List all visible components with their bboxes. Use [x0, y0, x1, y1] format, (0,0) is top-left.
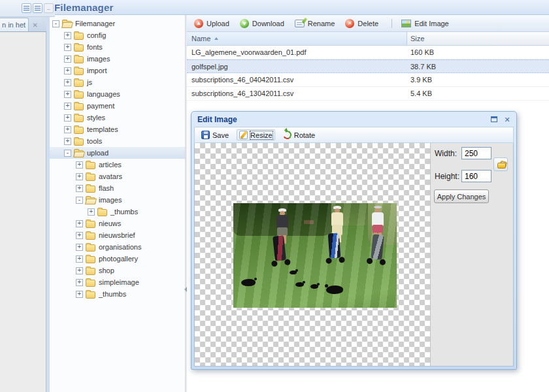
aspect-lock-button[interactable]: [493, 157, 508, 171]
maximize-button[interactable]: [489, 114, 499, 124]
grid-toolbar: Upload Download Rename Delete: [187, 15, 549, 32]
tree-node-thumbs[interactable]: _thumbs: [50, 288, 185, 300]
tree-node-payment[interactable]: payment: [50, 100, 185, 112]
expand-toggle-icon[interactable]: [64, 44, 71, 51]
edit-image-button[interactable]: Edit Image: [399, 18, 452, 29]
tab-close-icon[interactable]: [30, 20, 40, 30]
tree-node-photogallery[interactable]: photogallery: [50, 253, 185, 265]
collapse-toggle-icon[interactable]: [64, 150, 71, 157]
tree-node-label: organisations: [99, 243, 141, 251]
delete-button[interactable]: Delete: [342, 18, 381, 29]
tree-node-avatars[interactable]: avatars: [50, 171, 185, 182]
folder-icon: [86, 174, 95, 181]
tree-node-label: languages: [87, 90, 120, 98]
dialog-titlebar[interactable]: Edit Image: [194, 112, 514, 127]
file-row[interactable]: subscriptions_46_04042011.csv 3.9 KB: [187, 73, 549, 87]
tree-node-label: tools: [87, 137, 102, 145]
tree-node-fonts[interactable]: fonts: [50, 41, 185, 53]
file-row[interactable]: subscriptions_46_13042011.csv 5.4 KB: [187, 87, 549, 101]
close-button[interactable]: [502, 114, 512, 124]
dialog-tools: [489, 114, 512, 124]
transparency-canvas: [195, 143, 430, 366]
expand-toggle-icon[interactable]: [64, 126, 71, 133]
expand-toggle-icon[interactable]: [64, 91, 71, 98]
tree-node-tools[interactable]: tools: [50, 135, 185, 147]
tree-node-organisations[interactable]: organisations: [50, 241, 185, 253]
apply-changes-button[interactable]: Apply Changes: [434, 189, 489, 203]
folder-open-icon: [74, 150, 84, 157]
collapse-minus-button[interactable]: [44, 3, 54, 13]
expand-toggle-icon[interactable]: [64, 114, 71, 122]
folder-open-icon: [62, 21, 72, 28]
list-lines-icon-button[interactable]: [33, 3, 42, 13]
column-header-size[interactable]: Size: [407, 32, 549, 45]
rotate-button[interactable]: Rotate: [281, 130, 317, 140]
tree-node-label: nieuwsbrief: [99, 231, 135, 239]
dialog-body: Width: Height: Apply Changes: [194, 143, 514, 367]
folder-icon: [74, 56, 84, 63]
collapse-toggle-icon[interactable]: [52, 20, 59, 27]
file-row[interactable]: LG_algemene_voorwaarden_01.pdf 160 KB: [187, 46, 549, 59]
tree-node-shop[interactable]: shop: [50, 265, 185, 276]
expand-toggle-icon[interactable]: [76, 267, 83, 274]
expand-toggle-icon[interactable]: [64, 32, 71, 39]
folder-icon: [86, 186, 95, 193]
tree-node-templates[interactable]: templates: [50, 123, 185, 135]
photo-coot: [295, 282, 304, 287]
expand-toggle-icon[interactable]: [64, 56, 71, 63]
tree-node-styles[interactable]: styles: [50, 112, 185, 123]
save-button[interactable]: Save: [199, 130, 231, 140]
tree-node-label: js: [87, 78, 92, 86]
expand-toggle-icon[interactable]: [76, 161, 83, 169]
expand-toggle-icon[interactable]: [76, 279, 83, 286]
tree-node-js[interactable]: js: [50, 76, 185, 88]
tree-node-flash[interactable]: flash: [50, 182, 185, 194]
tree-node-nieuwsbrief[interactable]: nieuwsbrief: [50, 229, 185, 241]
tree-node-images[interactable]: images: [50, 53, 185, 65]
tree-node-articles[interactable]: articles: [50, 159, 185, 171]
expand-toggle-icon[interactable]: [76, 173, 83, 180]
column-header-name[interactable]: Name: [187, 32, 407, 45]
background-tab[interactable]: n in het: [0, 18, 29, 31]
tree-node-simpleimage[interactable]: simpleimage: [50, 276, 185, 288]
expand-toggle-icon[interactable]: [64, 138, 71, 145]
width-field[interactable]: [461, 147, 491, 159]
folder-icon: [86, 291, 95, 299]
tree-node-import[interactable]: import: [50, 65, 185, 76]
tree-node-upload[interactable]: upload: [50, 147, 185, 159]
file-size-cell: 5.4 KB: [407, 87, 549, 100]
rename-button[interactable]: Rename: [292, 18, 338, 29]
toolbar-separator: [391, 19, 392, 28]
background-window: n in het: [0, 0, 46, 392]
tree-node-config[interactable]: config: [50, 29, 185, 41]
tree-node-languages[interactable]: languages: [50, 88, 185, 100]
tree-lines-icon-button[interactable]: [22, 3, 31, 13]
download-button[interactable]: Download: [237, 18, 287, 29]
panel-header: Filemanager: [50, 0, 549, 15]
expand-toggle-icon[interactable]: [76, 185, 83, 192]
upload-button[interactable]: Upload: [191, 18, 232, 29]
upload-label: Upload: [207, 20, 229, 27]
expand-toggle-icon[interactable]: [64, 103, 71, 110]
expand-toggle-icon[interactable]: [88, 208, 95, 216]
expand-toggle-icon[interactable]: [64, 79, 71, 86]
expand-toggle-icon[interactable]: [76, 232, 83, 239]
folder-icon: [86, 244, 95, 252]
tree-node-images-thumbs[interactable]: _thumbs: [50, 206, 185, 218]
expand-toggle-icon[interactable]: [64, 67, 71, 74]
collapse-toggle-icon[interactable]: [76, 197, 83, 204]
height-field[interactable]: [461, 170, 491, 182]
file-row-selected[interactable]: golfspel.jpg 38.7 KB: [187, 59, 549, 73]
expand-toggle-icon[interactable]: [76, 220, 83, 227]
folder-icon: [86, 162, 95, 169]
tree-node-upload-images[interactable]: images: [50, 194, 185, 206]
expand-toggle-icon[interactable]: [76, 255, 83, 263]
resize-button[interactable]: Resize: [237, 129, 275, 140]
tree-node-filemanager[interactable]: Filemanager: [50, 18, 185, 29]
expand-toggle-icon[interactable]: [76, 291, 83, 298]
photo-coot: [326, 286, 343, 294]
tree-node-label: payment: [87, 102, 114, 110]
folder-icon: [74, 103, 84, 110]
expand-toggle-icon[interactable]: [76, 244, 83, 251]
tree-node-nieuws[interactable]: nieuws: [50, 218, 185, 229]
